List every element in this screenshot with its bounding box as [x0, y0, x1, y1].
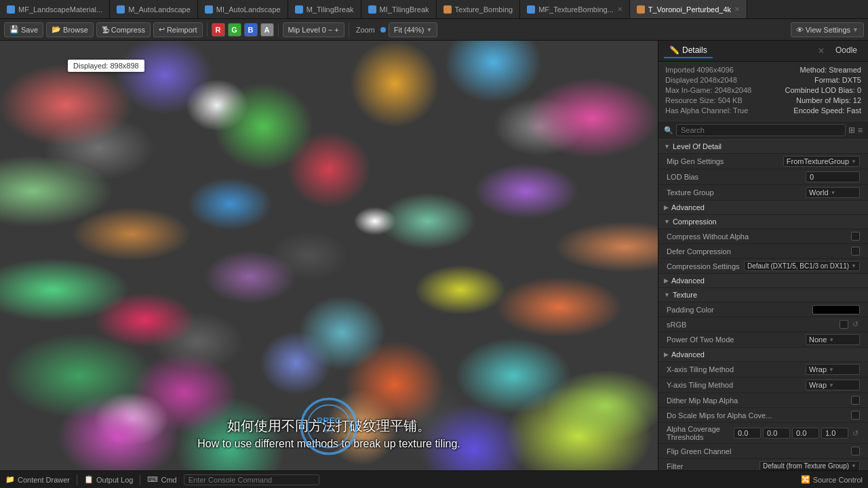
properties-list-icon[interactable]: ≡: [858, 125, 863, 135]
prop-lod-bias-input[interactable]: [806, 171, 860, 182]
tab-texture-bombing[interactable]: Texture_Bombing: [437, 0, 521, 19]
prop-srgb-label: sRGB: [667, 321, 840, 329]
prop-srgb-reset[interactable]: ↺: [851, 320, 860, 329]
prop-alpha-coverage-0[interactable]: [734, 428, 761, 439]
prop-alpha-coverage-2[interactable]: [792, 428, 819, 439]
panel-tab-oodle[interactable]: Oodle: [830, 43, 863, 58]
section-advanced-tex[interactable]: ▶ Advanced: [658, 348, 868, 362]
zoom-selector[interactable]: Fit (44%) ▼: [389, 22, 438, 37]
reimport-icon: ↩: [159, 25, 165, 34]
prop-texture-group-dropdown[interactable]: World ▼: [806, 187, 860, 198]
prop-filter-label: Filter: [667, 462, 760, 470]
content-drawer-icon: 📁: [5, 475, 15, 484]
prop-x-tiling-text: Wrap: [809, 365, 827, 373]
prop-padding-color: Padding Color: [658, 302, 868, 317]
reimport-button[interactable]: ↩ Reimport: [153, 22, 203, 37]
panel-details-close[interactable]: ✕: [818, 46, 825, 56]
prop-x-tiling-dropdown[interactable]: Wrap ▼: [806, 364, 860, 375]
prop-y-tiling-dropdown[interactable]: Wrap ▼: [806, 380, 860, 390]
content-drawer-label: Content Drawer: [18, 476, 70, 484]
prop-compression-settings-dropdown[interactable]: Default (DXT1/5, BC1/3 on DX11) ▼: [744, 261, 860, 271]
panel-tab-oodle-label: Oodle: [835, 45, 857, 55]
info-method-value: Method: Streamed: [800, 66, 862, 74]
content-drawer-button[interactable]: 📁 Content Drawer: [5, 475, 70, 484]
section-advanced-lod-label: Advanced: [671, 203, 705, 211]
prop-srgb-checkbox[interactable]: [840, 320, 848, 329]
output-log-button[interactable]: 📋 Output Log: [84, 475, 133, 484]
info-nummips-value: Number of Mips: 12: [796, 96, 861, 104]
tab-m-tilingbreak[interactable]: M_TilingBreak: [288, 0, 361, 19]
prop-padding-color-value: [812, 305, 860, 314]
prop-compression-settings-text: Default (DXT1/5, BC1/3 on DX11): [747, 262, 849, 270]
cmd-input[interactable]: [184, 474, 319, 485]
prop-flip-green-checkbox[interactable]: [851, 447, 860, 455]
prop-power-of-two-arrow: ▼: [829, 337, 834, 343]
prop-power-of-two-dropdown[interactable]: None ▼: [806, 334, 860, 345]
properties-scroll[interactable]: ▼ Level Of Detail Mip Gen Settings FromT…: [658, 140, 868, 470]
browse-button[interactable]: 📂 Browse: [46, 22, 94, 37]
prop-alpha-coverage-1[interactable]: [763, 428, 790, 439]
panel-tab-details[interactable]: ✏️ Details: [664, 43, 713, 58]
svg-point-0: [302, 399, 357, 454]
channel-g-label: G: [231, 26, 237, 34]
info-row-resource: Resource Size: 504 KB Number of Mips: 12: [665, 96, 861, 104]
info-row-alpha: Has Alpha Channel: True Encode Speed: Fa…: [665, 106, 861, 115]
info-combined-lod-value: Combined LOD Bias: 0: [785, 86, 862, 94]
channel-r-label: R: [216, 26, 221, 34]
info-maxingame-label: Max In-Game: 2048x2048: [665, 86, 751, 94]
zoom-indicator: [380, 27, 386, 33]
tab-mi-autolandscape[interactable]: MI_AutoLandscape: [198, 0, 288, 19]
channel-b-button[interactable]: B: [244, 23, 258, 37]
prop-compress-no-alpha-value: [851, 232, 860, 241]
channel-a-button[interactable]: A: [260, 23, 274, 37]
prop-alpha-coverage-reset[interactable]: ↺: [851, 429, 860, 438]
mip-minus-button[interactable]: −: [328, 26, 332, 34]
prop-filter-dropdown[interactable]: Default (from Texture Group) ▼: [760, 461, 860, 470]
tab-icon-mf-landscape: [7, 5, 15, 14]
view-settings-button[interactable]: 👁 View Settings ▼: [791, 22, 864, 37]
channel-g-button[interactable]: G: [228, 23, 241, 37]
watermark: RREC 教程: [298, 396, 359, 457]
section-level-of-detail[interactable]: ▼ Level Of Detail: [658, 140, 868, 154]
separator-2: [278, 23, 279, 37]
prop-defer-compression-checkbox[interactable]: [851, 247, 860, 256]
prop-mip-gen-dropdown[interactable]: FromTextureGroup ▼: [783, 156, 860, 167]
section-advanced-lod[interactable]: ▶ Advanced: [658, 201, 868, 215]
prop-srgb-value: ↺: [840, 320, 860, 329]
section-compression[interactable]: ▼ Compression: [658, 215, 868, 229]
compress-button[interactable]: 🗜 Compress: [96, 22, 151, 37]
prop-lod-bias-label: LOD Bias: [667, 173, 806, 181]
prop-compress-no-alpha-checkbox[interactable]: [851, 232, 860, 241]
status-bar: 📁 Content Drawer 📋 Output Log ⌨ Cmd 🔀 So…: [0, 470, 868, 488]
panel-header: ✏️ Details ✕ Oodle: [658, 41, 868, 62]
tab-icon-m-tilingbreak: [295, 5, 303, 14]
prop-texture-group: Texture Group World ▼: [658, 185, 868, 201]
tab-mf-texturebombing[interactable]: MF_TextureBombing... ✕: [520, 0, 630, 19]
tab-m-autolandscape[interactable]: M_AutoLandscape: [110, 0, 198, 19]
search-input[interactable]: [676, 124, 846, 136]
source-control-button[interactable]: 🔀 Source Control: [801, 475, 863, 484]
prop-x-tiling-value: Wrap ▼: [806, 364, 860, 375]
channel-r-button[interactable]: R: [212, 23, 225, 37]
tab-t-voronoi[interactable]: T_Voronoi_Perturbed_4k ✕: [630, 0, 747, 19]
prop-do-scale-checkbox[interactable]: [851, 411, 860, 420]
info-row-maxingame: Max In-Game: 2048x2048 Combined LOD Bias…: [665, 86, 861, 94]
section-compression-chevron: ▼: [664, 218, 670, 225]
mip-selector[interactable]: Mip Level 0 − +: [283, 22, 344, 37]
output-log-label: Output Log: [96, 476, 133, 484]
source-control-icon: 🔀: [801, 475, 810, 484]
save-button[interactable]: 💾 Save: [4, 22, 43, 37]
properties-grid-icon[interactable]: ⊞: [848, 125, 855, 135]
tab-close-t-voronoi[interactable]: ✕: [734, 5, 740, 13]
prop-alpha-coverage-3[interactable]: [821, 428, 848, 439]
prop-padding-color-swatch[interactable]: [812, 305, 860, 314]
tab-mi-tilingbreak[interactable]: MI_TilingBreak: [361, 0, 437, 19]
tab-mf-landscape[interactable]: MF_LandscapeMaterial...: [0, 0, 110, 19]
section-advanced-comp[interactable]: ▶ Advanced: [658, 274, 868, 288]
mip-plus-button[interactable]: +: [334, 26, 338, 34]
tab-close-mf-texturebombing[interactable]: ✕: [617, 5, 623, 13]
svg-text:教程: 教程: [324, 428, 334, 434]
prop-compression-settings-label: Compression Settings: [667, 262, 744, 270]
prop-dither-mip-checkbox[interactable]: [851, 396, 860, 405]
section-texture[interactable]: ▼ Texture: [658, 288, 868, 302]
